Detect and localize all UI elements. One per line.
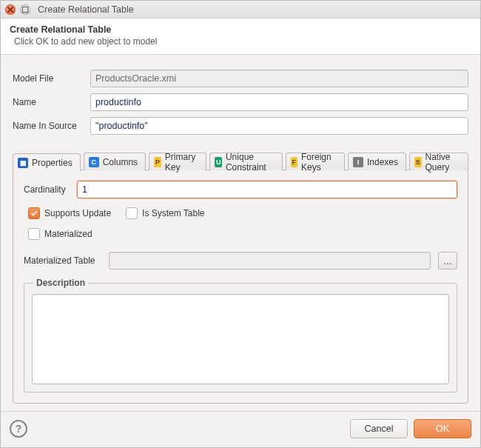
checkbox-label: Materialized (44, 229, 92, 239)
model-file-input (90, 70, 468, 87)
tab-foreign-keys[interactable]: F Foreign Keys (286, 153, 345, 170)
tabs-container: ▦ Properties C Columns P Primary Key U U… (13, 153, 468, 404)
name-in-source-row: Name In Source (13, 117, 468, 135)
tab-panel-properties: Cardinality Supports Update Is (13, 170, 468, 404)
tab-label: Columns (103, 157, 138, 167)
description-group: Description (24, 283, 457, 392)
model-file-label: Model File (13, 73, 90, 84)
materialized-checkbox[interactable]: Materialized (28, 228, 92, 240)
tab-label: Foreign Keys (301, 152, 337, 173)
checkbox-box-icon (28, 228, 40, 240)
dialog-window: Create Relational Table Create Relationa… (0, 0, 481, 448)
checkbox-label: Is System Table (142, 208, 204, 218)
description-textarea[interactable] (32, 294, 449, 384)
tab-unique-constraint[interactable]: U Unique Constraint (209, 153, 282, 170)
window-title: Create Relational Table (38, 4, 134, 15)
dialog-title: Create Relational Table (10, 24, 471, 35)
cardinality-input[interactable] (77, 181, 457, 198)
ok-button[interactable]: OK (414, 419, 471, 438)
tab-label: Properties (32, 158, 73, 168)
checkbox-row-2: Materialized (28, 228, 457, 240)
materialized-table-row: Materialized Table ... (24, 252, 457, 270)
browse-materialized-table-button[interactable]: ... (438, 252, 457, 270)
help-icon[interactable]: ? (10, 420, 27, 438)
tab-properties[interactable]: ▦ Properties (13, 153, 81, 171)
is-system-table-checkbox[interactable]: Is System Table (126, 207, 204, 219)
svg-rect-0 (22, 7, 27, 12)
supports-update-checkbox[interactable]: Supports Update (28, 207, 111, 219)
checkbox-box-checked-icon (28, 207, 40, 219)
model-file-row: Model File (13, 70, 468, 87)
tab-label: Primary Key (165, 152, 199, 173)
window-close-icon[interactable] (5, 4, 16, 15)
window-minimize-icon[interactable] (20, 4, 30, 15)
name-row: Name (13, 93, 468, 111)
tab-primary-key[interactable]: P Primary Key (149, 153, 206, 170)
columns-icon: C (89, 157, 99, 167)
dialog-footer: ? Cancel OK (1, 411, 480, 447)
cardinality-label: Cardinality (24, 184, 77, 195)
dialog-body: Model File Name Name In Source ▦ Propert… (1, 55, 480, 411)
name-label: Name (13, 97, 90, 107)
dialog-header: Create Relational Table Click OK to add … (1, 19, 480, 55)
materialized-table-input (109, 252, 431, 270)
description-label: Description (33, 278, 88, 288)
primary-key-icon: P (154, 157, 161, 167)
checkbox-box-icon (126, 207, 138, 219)
checkbox-label: Supports Update (44, 208, 111, 218)
indexes-icon: I (353, 157, 363, 167)
foreign-keys-icon: F (291, 157, 298, 167)
name-in-source-input[interactable] (90, 117, 468, 135)
tab-label: Unique Constraint (226, 152, 275, 173)
native-query-icon: S (414, 157, 422, 167)
materialized-table-label: Materialized Table (24, 255, 101, 266)
dialog-subtitle: Click OK to add new object to model (10, 36, 471, 47)
tab-label: Native Query (426, 152, 460, 173)
tab-indexes[interactable]: I Indexes (348, 153, 406, 170)
cancel-button[interactable]: Cancel (350, 419, 408, 438)
checkbox-row-1: Supports Update Is System Table (28, 207, 457, 219)
title-bar: Create Relational Table (1, 1, 480, 19)
cardinality-row: Cardinality (24, 181, 457, 198)
tab-native-query[interactable]: S Native Query (409, 153, 468, 170)
tab-strip: ▦ Properties C Columns P Primary Key U U… (13, 153, 468, 170)
name-input[interactable] (90, 93, 468, 111)
table-icon: ▦ (18, 158, 28, 168)
tab-columns[interactable]: C Columns (84, 153, 146, 170)
tab-label: Indexes (367, 157, 398, 167)
name-in-source-label: Name In Source (13, 121, 90, 131)
unique-constraint-icon: U (215, 157, 222, 167)
